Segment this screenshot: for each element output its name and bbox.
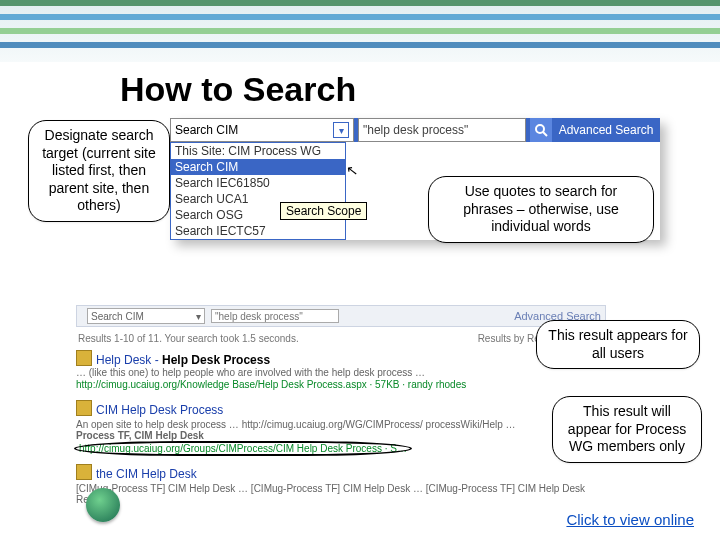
results-count: Results 1-10 of 11. Your search took 1.5…: [78, 333, 299, 344]
callout-scope: Designate search target (current site li…: [28, 120, 170, 222]
scope-option[interactable]: This Site: CIM Process WG: [171, 143, 345, 159]
page-icon: [76, 464, 92, 480]
result-item[interactable]: Help Desk - Help Desk Process … (like th…: [76, 350, 606, 390]
result-item[interactable]: the CIM Help Desk [CIMug-Process TF] CIM…: [76, 464, 606, 506]
view-online-link[interactable]: Click to view online: [566, 511, 694, 528]
scope-option[interactable]: Search IECTC57: [171, 223, 345, 239]
svg-line-1: [543, 132, 547, 136]
page-icon: [76, 350, 92, 366]
page-icon: [76, 400, 92, 416]
result-url-circled: http://cimug.ucaiug.org/Groups/CIMProces…: [76, 443, 410, 454]
search-input[interactable]: "help desk process": [358, 118, 526, 142]
callout-members: This result will appear for Process WG m…: [552, 396, 702, 463]
search-scope-select[interactable]: Search CIM ▾: [170, 118, 354, 142]
search-results: Search CIM▾ "help desk process" Advanced…: [76, 305, 606, 506]
scope-option-selected[interactable]: Search CIM: [171, 159, 345, 175]
search-scope-dropdown[interactable]: This Site: CIM Process WG Search CIM Sea…: [170, 142, 346, 240]
scope-selected-label: Search CIM: [175, 123, 238, 137]
svg-point-0: [536, 125, 544, 133]
result-url: http://cimug.ucaiug.org/Knowledge Base/H…: [76, 379, 606, 390]
page-title: How to Search: [120, 70, 720, 109]
search-go-button[interactable]: [530, 118, 552, 142]
callout-quotes: Use quotes to search for phrases – other…: [428, 176, 654, 243]
callout-allusers: This result appears for all users: [536, 320, 700, 369]
cursor-icon: ↖: [345, 161, 359, 179]
tooltip-search-scope: Search Scope: [280, 202, 367, 220]
result-snippet: … (like this one) to help people who are…: [76, 367, 606, 379]
results-topbar: Search CIM▾ "help desk process" Advanced…: [76, 305, 606, 327]
chevron-down-icon: ▾: [333, 122, 349, 138]
results-query[interactable]: "help desk process": [211, 309, 339, 323]
result-item[interactable]: CIM Help Desk Process An open site to he…: [76, 400, 606, 454]
results-scope-select[interactable]: Search CIM▾: [87, 308, 205, 324]
chevron-down-icon: ▾: [196, 311, 201, 322]
scope-option[interactable]: Search IEC61850: [171, 175, 345, 191]
magnifier-icon: [534, 123, 548, 137]
logo-icon: [86, 488, 120, 522]
advanced-search-link[interactable]: Advanced Search: [552, 118, 660, 142]
header-banner: [0, 0, 720, 62]
